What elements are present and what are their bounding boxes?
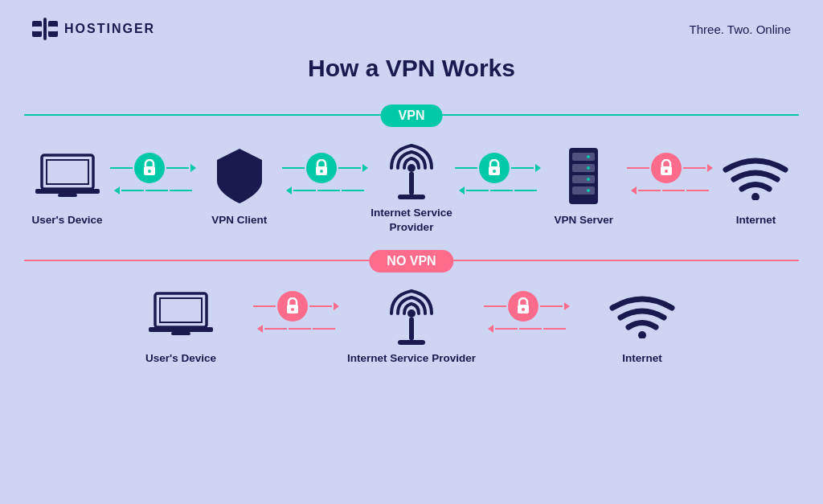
arrow-line [317, 190, 340, 191]
arrow-line [313, 328, 335, 330]
logo-text: HOSTINGER [64, 22, 155, 36]
novpn-isp-icon-wrap [383, 282, 440, 346]
svg-rect-32 [149, 327, 213, 332]
lock-icon-2 [306, 153, 337, 183]
novpn-device-label: User's Device [145, 351, 216, 366]
arrow-head-right [334, 302, 339, 310]
vpn-arrow-left-3 [459, 186, 537, 195]
svg-point-17 [493, 170, 496, 173]
arrow-line [342, 190, 364, 191]
vpn-item-internet: Internet [713, 144, 799, 227]
vpn-client-label: VPN Client [211, 213, 267, 227]
arrow-line [683, 167, 706, 169]
svg-rect-31 [160, 298, 202, 322]
antenna-icon [383, 137, 440, 200]
wifi-icon-2 [609, 290, 675, 338]
vpn-device-label: User's Device [32, 213, 103, 227]
svg-rect-1 [43, 18, 47, 40]
svg-point-23 [587, 155, 590, 158]
lock-icon-6 [508, 291, 538, 322]
svg-rect-19 [572, 153, 595, 161]
logo: HOSTINGER [32, 18, 155, 40]
tagline: Three. Two. Online [690, 23, 791, 36]
laptop-icon-2 [149, 290, 213, 338]
svg-point-36 [407, 309, 416, 318]
svg-point-10 [148, 170, 151, 173]
vpn-item-client: VPN Client [196, 144, 282, 227]
novpn-arrow-left-2 [488, 325, 566, 333]
novpn-item-isp: Internet Service Provider [339, 282, 484, 366]
vpn-arrow-1 [110, 153, 196, 195]
svg-point-41 [638, 331, 646, 338]
server-icon-wrap [563, 144, 604, 208]
vpn-item-server: VPN Server [541, 144, 627, 227]
arrow-line [466, 190, 489, 191]
vpn-badge: VPN [381, 104, 443, 127]
arrow-line [253, 305, 276, 307]
vpn-connector-3 [455, 153, 541, 195]
lock-icon-3 [479, 153, 510, 183]
svg-point-28 [665, 170, 668, 173]
arrow-line [455, 167, 477, 169]
vpn-server-label: VPN Server [554, 213, 613, 227]
arrow-head-left [114, 186, 120, 195]
arrow-line [627, 167, 649, 169]
arrow-head-right [564, 302, 570, 310]
wifi-icon [723, 152, 788, 200]
arrow-line [638, 190, 661, 191]
novpn-isp-label: Internet Service Provider [347, 351, 476, 366]
vpn-item-isp: Internet Service Provider [368, 137, 454, 234]
vpn-connector-1 [110, 153, 196, 195]
svg-rect-20 [572, 164, 595, 172]
svg-rect-4 [48, 27, 58, 31]
arrow-line [484, 305, 506, 307]
header: HOSTINGER Three. Two. Online [0, 0, 823, 48]
svg-rect-33 [171, 332, 190, 335]
laptop-icon [35, 152, 100, 200]
arrow-line [511, 167, 534, 169]
vpnclient-icon-wrap [212, 144, 267, 208]
device-icon-wrap [35, 144, 100, 208]
svg-rect-15 [398, 195, 425, 199]
vpn-arrow-right-3 [455, 153, 541, 183]
arrow-line [166, 167, 189, 169]
svg-point-24 [587, 166, 590, 170]
vpn-arrow-left-2 [286, 186, 364, 195]
vpn-internet-label: Internet [736, 213, 776, 227]
lock-icon-1 [134, 153, 165, 183]
novpn-arrow-right-2 [484, 291, 570, 322]
novpn-badge: NO VPN [369, 250, 453, 272]
vpn-connector-4 [627, 153, 713, 195]
lock-icon-5 [277, 291, 308, 322]
arrow-line [543, 328, 566, 330]
svg-point-40 [522, 308, 525, 311]
vpn-item-device: User's Device [24, 144, 110, 227]
arrow-head-left [631, 186, 637, 195]
vpn-arrow-left-4 [631, 186, 709, 195]
lock-icon-4 [651, 153, 682, 183]
novpn-connector-2 [484, 291, 570, 333]
arrow-head-left [257, 325, 263, 333]
novpn-internet-icon-wrap [609, 282, 675, 346]
svg-rect-38 [398, 340, 425, 345]
svg-point-25 [587, 178, 590, 181]
vpn-arrow-4 [627, 153, 713, 195]
arrow-line [110, 167, 133, 169]
isp-icon-wrap [383, 137, 440, 201]
arrow-head-left [459, 186, 465, 195]
novpn-connector-1 [253, 291, 339, 333]
arrow-head-right [535, 164, 541, 172]
novpn-item-internet: Internet [570, 282, 714, 366]
arrow-line [121, 190, 144, 191]
arrow-line [145, 190, 168, 191]
vpn-arrow-right-1 [110, 153, 196, 183]
arrow-line [686, 190, 709, 191]
arrow-line [338, 167, 361, 169]
svg-point-12 [320, 170, 323, 173]
arrow-line [282, 167, 305, 169]
vpn-isp-label: Internet Service Provider [368, 206, 454, 234]
novpn-section: NO VPN User's Device [24, 242, 799, 366]
svg-point-29 [751, 193, 760, 200]
arrow-head-left [488, 325, 493, 333]
arrow-line [170, 190, 192, 191]
